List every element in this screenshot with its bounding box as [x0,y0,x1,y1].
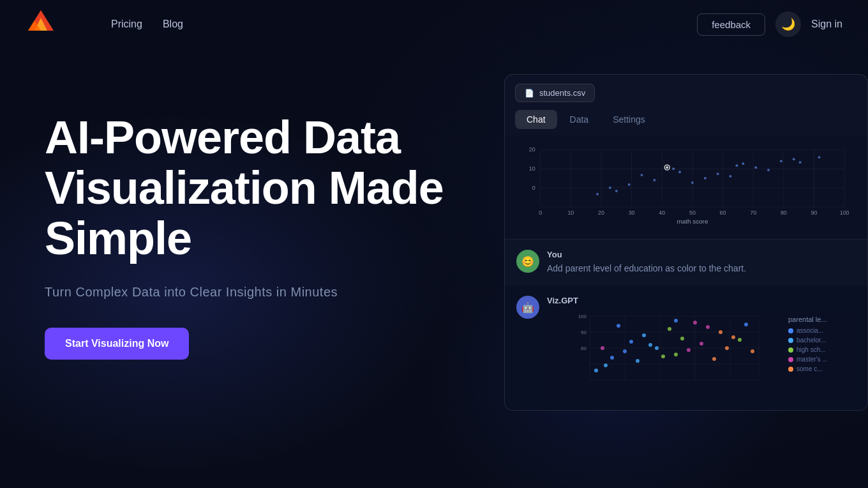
nav-links: Pricing Blog [75,0,219,49]
svg-point-48 [818,156,820,158]
feedback-button[interactable]: feedback [697,13,765,36]
svg-point-82 [700,342,703,346]
nav-tabs: Chat Data Settings [505,102,867,129]
svg-point-77 [706,325,710,329]
legend-label-3: master's ... [797,356,828,363]
svg-point-86 [661,355,665,358]
svg-point-94 [674,319,678,323]
svg-point-49 [678,171,681,173]
legend-label-4: some c... [797,365,823,372]
svg-text:60: 60 [720,210,726,216]
legend-color-4 [788,367,793,372]
hero-text: AI-Powered Data Visualization Made Simpl… [45,87,479,360]
svg-point-41 [717,172,719,175]
svg-point-92 [601,346,604,350]
user-message: 😊 You Add parent level of education as c… [505,240,867,286]
sign-in-button[interactable]: Sign in [811,19,842,30]
theme-toggle-button[interactable]: 🌙 [775,11,801,37]
svg-text:50: 50 [689,210,696,216]
tab-data[interactable]: Data [558,110,601,129]
svg-text:20: 20 [598,210,604,216]
svg-point-50 [596,193,599,195]
svg-point-39 [799,161,802,164]
user-avatar: 😊 [516,250,539,273]
chart-area-1: 20 10 0 0 10 20 30 40 50 60 70 80 90 100 [505,135,867,239]
logo[interactable] [26,8,75,41]
svg-point-46 [780,160,782,162]
legend-color-0 [788,328,793,333]
legend-title: parental le... [788,316,846,323]
svg-text:90: 90 [811,210,818,216]
svg-text:30: 30 [629,210,635,216]
svg-point-44 [653,179,655,181]
svg-point-47 [729,175,731,178]
svg-text:90: 90 [581,330,587,335]
bot-message-content: Viz.GPT [547,296,856,400]
file-tab[interactable]: 📄 students.csv [515,84,595,102]
legend-item-1: bachelor... [788,337,846,344]
svg-text:100: 100 [840,210,849,216]
legend-item-4: some c... [788,365,846,372]
moon-icon: 🌙 [781,17,795,31]
svg-point-84 [610,356,614,360]
svg-point-52 [793,158,795,160]
nav-blog[interactable]: Blog [153,15,193,34]
svg-point-78 [731,335,735,339]
svg-point-69 [617,324,620,328]
svg-point-73 [719,330,722,334]
svg-point-76 [680,337,684,340]
svg-point-88 [712,357,716,361]
tab-settings[interactable]: Settings [601,110,657,129]
svg-point-36 [628,183,631,186]
svg-point-51 [742,162,744,165]
bot-message: 🤖 Viz.GPT [505,286,867,410]
svg-text:10: 10 [567,210,574,216]
legend-item-0: associa... [788,327,846,334]
legend-panel: parental le... associa... bachelor... [788,313,846,390]
svg-point-35 [704,177,707,179]
svg-text:math score: math score [677,218,708,225]
file-name: students.csv [539,88,585,98]
legend-color-3 [788,357,793,362]
preview-card: 📄 students.csv Chat Data Settings [504,74,868,411]
svg-text:100: 100 [578,314,587,319]
svg-point-45 [615,190,618,192]
bot-message-sender: Viz.GPT [547,296,856,305]
file-tab-bar: 📄 students.csv [505,75,867,102]
svg-point-33 [641,174,643,176]
scatter-chart-1: 20 10 0 0 10 20 30 40 50 60 70 80 90 100 [515,143,857,226]
svg-point-38 [767,169,770,171]
svg-point-71 [668,327,671,331]
svg-point-89 [744,323,748,326]
user-message-sender: You [547,250,856,259]
chat-section: 😊 You Add parent level of education as c… [505,239,867,410]
bot-avatar: 🤖 [516,296,539,319]
app-preview: 📄 students.csv Chat Data Settings [504,74,868,411]
svg-text:10: 10 [529,165,535,172]
svg-text:80: 80 [581,346,587,351]
svg-point-75 [655,346,659,350]
svg-point-79 [623,349,627,353]
svg-point-43 [754,166,757,169]
hero-subtitle: Turn Complex Data into Clear Insights in… [45,285,479,300]
legend-label-1: bachelor... [797,337,826,344]
tab-chat[interactable]: Chat [515,110,557,129]
svg-point-83 [725,346,729,350]
svg-point-95 [594,369,598,372]
svg-point-70 [642,333,646,337]
cta-button[interactable]: Start Visualizing Now [45,328,189,360]
svg-point-74 [629,340,633,344]
legend-label-0: associa... [797,327,823,334]
svg-text:40: 40 [659,210,665,216]
svg-text:70: 70 [750,210,756,216]
svg-point-40 [609,187,611,189]
user-avatar-icon: 😊 [521,255,534,268]
svg-point-37 [735,164,738,167]
nav-pricing[interactable]: Pricing [101,15,153,34]
svg-point-91 [738,338,742,342]
user-message-content: You Add parent level of education as col… [547,250,856,275]
file-icon: 📄 [525,89,534,98]
navbar: Pricing Blog feedback 🌙 Sign in [0,0,868,49]
legend-item-3: master's ... [788,356,846,363]
svg-text:20: 20 [529,146,535,153]
